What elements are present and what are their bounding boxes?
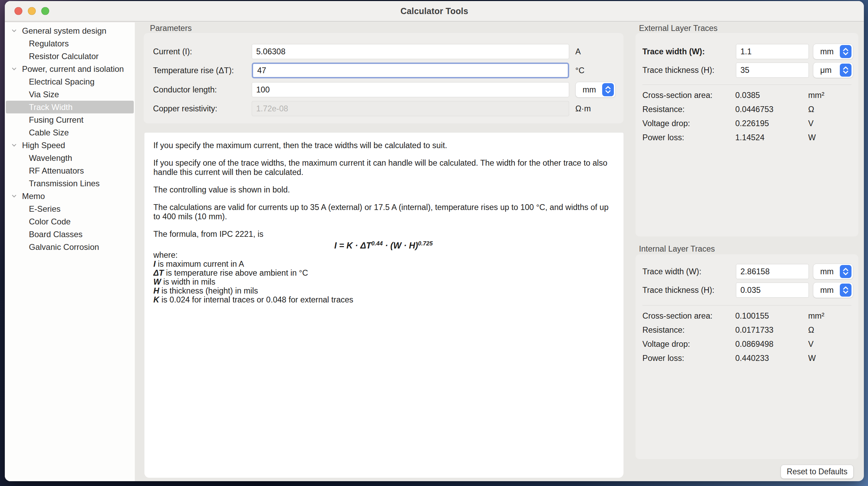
stepper-icon xyxy=(840,64,851,77)
sidebar-item-high-speed[interactable]: High Speed xyxy=(5,139,135,152)
temperature-rise-unit: °C xyxy=(569,66,616,75)
sidebar-item-electrical-spacing[interactable]: Electrical Spacing xyxy=(5,75,135,88)
external-trace-thickness-label: Trace thickness (H): xyxy=(642,66,732,75)
sidebar-item-rf-attenuators[interactable]: RF Attenuators xyxy=(5,164,135,177)
sidebar-item-label: General system design xyxy=(22,26,106,36)
sidebar-item-label: Power, current and isolation xyxy=(22,64,124,74)
external-trace-thickness-unit-select[interactable]: μm xyxy=(813,62,853,78)
internal-trace-width-unit-select[interactable]: mm xyxy=(813,264,853,279)
copper-resistivity-unit: Ω·m xyxy=(569,104,616,113)
help-paragraph: The controlling value is shown in bold. xyxy=(153,185,615,195)
stepper-icon xyxy=(840,45,851,58)
sidebar-item-regulators[interactable]: Regulators xyxy=(5,37,135,50)
result-label: Resistance: xyxy=(642,104,735,114)
sidebar-item-track-width[interactable]: Track Width xyxy=(6,101,134,113)
sidebar-item-resistor-calculator[interactable]: Resistor Calculator xyxy=(5,50,135,63)
stepper-icon xyxy=(840,265,851,278)
parameters-caption: Parameters xyxy=(150,24,192,33)
sidebar-item-via-size[interactable]: Via Size xyxy=(5,88,135,101)
sidebar-item-label: Wavelength xyxy=(29,153,72,163)
chevron-down-icon[interactable] xyxy=(11,142,18,148)
chevron-down-icon[interactable] xyxy=(11,28,18,34)
where-label: where: xyxy=(153,251,615,259)
zoom-button[interactable] xyxy=(41,7,49,15)
minimize-button[interactable] xyxy=(28,7,36,15)
sidebar-item-transmission-lines[interactable]: Transmission Lines xyxy=(5,177,135,190)
result-unit: W xyxy=(808,132,824,143)
current-unit: A xyxy=(569,47,616,56)
stepper-icon xyxy=(602,83,614,96)
result-label: Power loss: xyxy=(642,353,735,363)
title-bar[interactable]: Calculator Tools xyxy=(5,1,864,22)
close-button[interactable] xyxy=(14,7,22,15)
unit-select-value: mm xyxy=(820,286,834,295)
sidebar-item-fusing-current[interactable]: Fusing Current xyxy=(5,113,135,126)
result-value: 0.440233 xyxy=(735,353,808,363)
result-label: Voltage drop: xyxy=(642,339,735,349)
sidebar-item-label: Resistor Calculator xyxy=(29,52,99,61)
result-value: 0.0171733 xyxy=(735,325,808,335)
conductor-length-unit-select[interactable]: mm xyxy=(575,82,616,98)
temperature-rise-input[interactable] xyxy=(252,63,569,78)
result-unit: Ω xyxy=(808,325,824,335)
internal-trace-thickness-input[interactable] xyxy=(736,283,809,298)
sidebar-item-board-classes[interactable]: Board Classes xyxy=(5,228,135,241)
result-label: Power loss: xyxy=(642,132,735,143)
external-trace-width-label: Trace width (W): xyxy=(642,47,732,56)
sidebar-item-color-code[interactable]: Color Code xyxy=(5,215,135,228)
sidebar-item-label: Transmission Lines xyxy=(29,179,100,188)
result-value: 0.0385 xyxy=(735,90,808,100)
internal-trace-width-label: Trace width (W): xyxy=(642,267,732,276)
internal-trace-width-input[interactable] xyxy=(736,264,809,279)
external-trace-width-input[interactable] xyxy=(736,44,809,59)
help-paragraph: The formula, from IPC 2221, is xyxy=(153,230,615,239)
reset-to-defaults-button[interactable]: Reset to Defaults xyxy=(781,465,854,479)
result-unit: mm² xyxy=(808,90,824,100)
chevron-down-icon[interactable] xyxy=(11,66,18,72)
traffic-lights xyxy=(14,7,49,15)
sidebar-item-wavelength[interactable]: Wavelength xyxy=(5,152,135,164)
internal-separator xyxy=(642,305,851,306)
result-unit: V xyxy=(808,118,824,129)
sidebar-item-galvanic-corrosion[interactable]: Galvanic Corrosion xyxy=(5,241,135,253)
sidebar-item-general-system-design[interactable]: General system design xyxy=(5,24,135,37)
sidebar-item-cable-size[interactable]: Cable Size xyxy=(5,126,135,139)
result-label: Resistance: xyxy=(642,325,735,335)
result-value: 0.0869498 xyxy=(735,339,808,349)
legend-line: K is 0.024 for internal traces or 0.048 … xyxy=(153,295,615,304)
sidebar-item-label: Memo xyxy=(22,191,45,201)
internal-trace-thickness-label: Trace thickness (H): xyxy=(642,286,732,295)
current-label: Current (I): xyxy=(153,47,252,56)
chevron-down-icon[interactable] xyxy=(11,193,18,199)
internal-trace-thickness-unit-select[interactable]: mm xyxy=(813,282,853,298)
result-unit: mm² xyxy=(808,311,824,321)
external-trace-thickness-input[interactable] xyxy=(736,63,809,78)
sidebar-item-memo[interactable]: Memo xyxy=(5,190,135,202)
help-paragraph: If you specify the maximum current, then… xyxy=(153,141,615,150)
result-label: Cross-section area: xyxy=(642,90,735,100)
sidebar-item-label: Via Size xyxy=(29,90,59,99)
result-label: Cross-section area: xyxy=(642,311,735,321)
current-input[interactable] xyxy=(252,44,569,59)
sidebar-item-power-current-and-isolation[interactable]: Power, current and isolation xyxy=(5,63,135,75)
sidebar-item-label: High Speed xyxy=(22,141,65,150)
conductor-length-input[interactable] xyxy=(252,82,569,97)
conductor-length-label: Conductor length: xyxy=(153,85,252,95)
legend-line: I is maximum current in A xyxy=(153,259,615,268)
stepper-icon xyxy=(840,284,851,297)
help-paragraph: The calculations are valid for currents … xyxy=(153,203,615,221)
parameters-fields: Current (I): A Temperature rise (ΔT): °C… xyxy=(153,44,616,116)
result-unit: V xyxy=(808,339,824,349)
calculator-tree-sidebar: General system design Regulators Resisto… xyxy=(5,22,135,481)
external-separator xyxy=(642,85,851,85)
sidebar-item-label: E-Series xyxy=(29,204,61,214)
help-paragraph: If you specify one of the trace widths, … xyxy=(153,158,615,177)
external-trace-fields: Trace width (W): mm Trace thickness (H):… xyxy=(642,44,853,78)
help-text-panel: If you specify the maximum current, then… xyxy=(144,133,623,478)
internal-trace-fields: Trace width (W): mm Trace thickness (H):… xyxy=(642,264,853,298)
result-value: 1.14524 xyxy=(735,132,808,143)
result-value: 0.100155 xyxy=(735,311,808,321)
external-trace-width-unit-select[interactable]: mm xyxy=(813,44,853,59)
unit-select-value: mm xyxy=(583,85,596,95)
sidebar-item-e-series[interactable]: E-Series xyxy=(5,202,135,215)
